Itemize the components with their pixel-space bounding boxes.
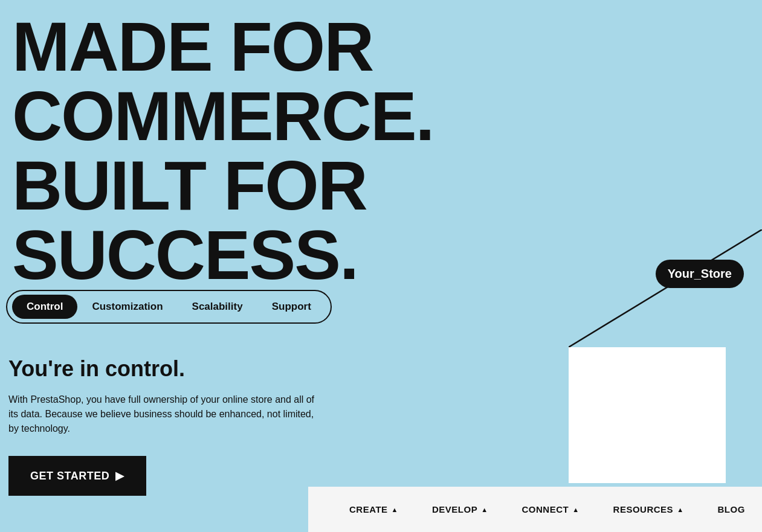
nav-item-connect[interactable]: CONNECT ▲ [505,487,596,532]
get-started-button[interactable]: GET STARTED ▶ [8,456,146,496]
nav-create-arrow-icon: ▲ [392,506,398,513]
tab-support[interactable]: Support [257,295,326,319]
store-label: Your_Store [656,260,744,288]
nav-item-blog[interactable]: BLOG [701,487,762,532]
nav-develop-arrow-icon: ▲ [481,506,488,513]
tab-scalability[interactable]: Scalability [178,295,257,319]
cta-arrow-icon: ▶ [115,469,124,482]
hero-line-2: COMMERCE. [12,82,434,151]
svg-line-0 [569,229,762,347]
nav-connect-arrow-icon: ▲ [572,506,579,513]
description-section: You're in control. With PrestaShop, you … [8,356,323,436]
nav-item-develop[interactable]: DEVELOP ▲ [415,487,505,532]
nav-blog-label: BLOG [718,504,745,514]
illustration-area: Your_Store [569,229,762,483]
nav-item-create[interactable]: CREATE ▲ [332,487,415,532]
nav-develop-label: DEVELOP [432,504,477,514]
tab-customization[interactable]: Customization [77,295,177,319]
hero-line-3: BUILT FOR [12,151,434,220]
nav-resources-arrow-icon: ▲ [677,506,683,513]
feature-tabs: Control Customization Scalability Suppor… [6,290,332,324]
cta-label: GET STARTED [30,470,109,482]
main-background: MADE FOR COMMERCE. BUILT FOR SUCCESS. Co… [0,0,762,532]
nav-connect-label: CONNECT [522,504,569,514]
nav-create-label: CREATE [349,504,388,514]
hero-headline: MADE FOR COMMERCE. BUILT FOR SUCCESS. [12,12,434,290]
description-body: With PrestaShop, you have full ownership… [8,393,323,436]
bottom-nav: CREATE ▲ DEVELOP ▲ CONNECT ▲ RESOURCES ▲… [308,487,762,532]
hero-line-4: SUCCESS. [12,220,434,290]
nav-item-resources[interactable]: RESOURCES ▲ [596,487,701,532]
hero-line-1: MADE FOR [12,12,434,82]
tab-control[interactable]: Control [12,295,77,319]
nav-resources-label: RESOURCES [613,504,674,514]
svg-rect-1 [569,347,726,483]
description-heading: You're in control. [8,356,323,382]
